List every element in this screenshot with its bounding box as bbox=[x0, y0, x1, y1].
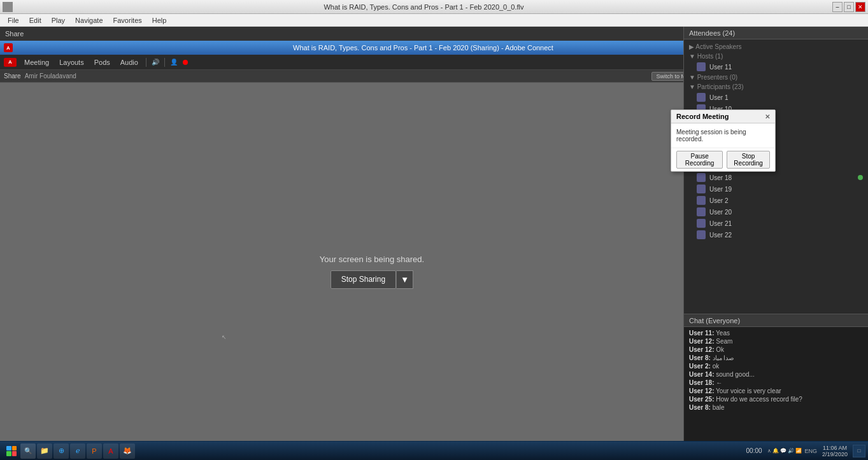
outer-attendees-label: Attendees (24) bbox=[689, 29, 735, 37]
participant-avatar bbox=[697, 173, 706, 182]
outer-chat-message: User 25: How do we access record file? bbox=[689, 396, 863, 403]
taskbar-app-edge[interactable]: ⊕ bbox=[53, 443, 69, 459]
record-popup-close-icon[interactable]: ✕ bbox=[765, 113, 770, 120]
taskbar-app-pdf[interactable]: A bbox=[103, 443, 118, 459]
outer-participant-user2: User 2 bbox=[684, 195, 868, 206]
pdf-icon: A bbox=[108, 447, 113, 455]
search-taskbar-icon: 🔍 bbox=[24, 447, 32, 454]
menu-help[interactable]: Help bbox=[147, 15, 172, 25]
time: 11:06 AM bbox=[823, 445, 847, 451]
record-popup-message: Meeting session is being recorded. bbox=[676, 129, 746, 143]
recording-indicator bbox=[183, 60, 188, 65]
outer-chat-label: Chat (Everyone) bbox=[689, 317, 740, 324]
outer-chat-message: User 11: Yeas bbox=[689, 330, 863, 337]
menubar: File Edit Play Navigate Favorites Help bbox=[0, 14, 868, 27]
record-popup-body: Meeting session is being recorded. bbox=[671, 123, 775, 148]
participant-avatar bbox=[697, 219, 706, 228]
maximize-button[interactable]: □ bbox=[844, 2, 854, 12]
outer-host-name: User 11 bbox=[709, 64, 732, 71]
outer-chat-message: User 12: Seam bbox=[689, 338, 863, 345]
outer-host-item: User 11 bbox=[684, 61, 868, 73]
stop-recording-button[interactable]: Stop Recording bbox=[727, 151, 770, 169]
outer-chat-message: User 18: ← bbox=[689, 379, 863, 386]
outer-chat-message: User 8: صدا میاد bbox=[689, 354, 863, 361]
clock: 11:06 AM 2/19/2020 bbox=[820, 445, 850, 457]
outer-chat-panel: Chat (Everyone) User 11: Yeas User 12: S… bbox=[684, 314, 868, 441]
taskbar-app-ie[interactable]: ℯ bbox=[70, 443, 85, 459]
outer-active-speakers-group: ▶ Active Speakers bbox=[684, 42, 868, 52]
close-button[interactable]: ✕ bbox=[855, 2, 865, 12]
stop-sharing-button[interactable]: Stop Sharing bbox=[331, 270, 396, 289]
adobe-connect-logo: A bbox=[4, 58, 17, 67]
menu-file[interactable]: File bbox=[3, 15, 24, 25]
minimize-button[interactable]: – bbox=[832, 2, 843, 12]
ac-menu-layouts[interactable]: Layouts bbox=[57, 57, 87, 67]
system-tray-icons: ∧ 🔔 💬 🔊 📶 bbox=[767, 448, 802, 454]
share-panel: Share Amir Fouladavand Switch to MoreCon… bbox=[0, 70, 744, 460]
participant-avatar bbox=[697, 207, 706, 216]
outer-attendees-list: ▶ Active Speakers ▼ Hosts (1) User 11 ▼ … bbox=[684, 39, 868, 314]
toolbar-separator-2 bbox=[164, 58, 165, 67]
outer-active-speakers-label: ▶ Active Speakers bbox=[689, 43, 741, 50]
menu-navigate[interactable]: Navigate bbox=[70, 15, 108, 25]
window-title: What is RAID, Types. Cons and Pros - Par… bbox=[15, 3, 832, 11]
participant-avatar bbox=[697, 230, 706, 239]
lang-indicator: ENG bbox=[804, 448, 817, 454]
taskbar-app-search[interactable]: 🔍 bbox=[20, 443, 36, 459]
taskbar-app-ppt[interactable]: P bbox=[87, 443, 102, 459]
outer-participant-user22: User 22 bbox=[684, 229, 868, 240]
record-meeting-popup: Record Meeting ✕ Meeting session is bein… bbox=[671, 109, 776, 172]
menu-edit[interactable]: Edit bbox=[24, 15, 46, 25]
pause-recording-button[interactable]: Pause Recording bbox=[676, 151, 723, 169]
windows-logo bbox=[6, 446, 17, 456]
ie-icon: ℯ bbox=[76, 447, 80, 455]
outer-chat-body: User 11: Yeas User 12: Seam User 12: Ok … bbox=[684, 327, 868, 441]
ac-logo-icon: A bbox=[4, 43, 13, 52]
show-desktop-button[interactable]: □ bbox=[853, 445, 865, 457]
host-name: Amir Fouladavand bbox=[25, 73, 76, 80]
outer-chat-message: User 2: ok bbox=[689, 363, 863, 370]
menu-favorites[interactable]: Favorites bbox=[108, 15, 147, 25]
outer-chat-message: User 12: Ok bbox=[689, 346, 863, 353]
powerpoint-icon: P bbox=[92, 447, 96, 455]
user-icon[interactable]: 👤 bbox=[170, 59, 178, 66]
ac-menu-meeting[interactable]: Meeting bbox=[22, 57, 52, 67]
outer-attendees-panel: Attendees (24) ▶ Active Speakers ▼ Hosts… bbox=[683, 27, 868, 441]
firefox-icon: 🦊 bbox=[123, 447, 132, 455]
volume-icon[interactable]: 🔊 bbox=[152, 59, 159, 66]
outer-chat-message: User 14: sound good... bbox=[689, 371, 863, 378]
participant-avatar bbox=[697, 196, 706, 205]
outer-attendees-header: Attendees (24) bbox=[684, 27, 868, 39]
outer-hosts-group: ▼ Hosts (1) bbox=[684, 52, 868, 61]
window-controls: – □ ✕ bbox=[832, 2, 865, 12]
record-popup-header: Record Meeting ✕ bbox=[671, 110, 775, 123]
taskbar-apps: 🔍 📁 ⊕ ℯ P A 🦊 bbox=[20, 443, 746, 459]
user-controls: 👤 bbox=[170, 59, 178, 66]
stop-sharing-dropdown[interactable]: ▼ bbox=[396, 270, 413, 289]
ac-menu-pods[interactable]: Pods bbox=[92, 57, 113, 67]
participant-avatar bbox=[697, 185, 706, 193]
ac-menu-audio[interactable]: Audio bbox=[118, 57, 141, 67]
record-popup-footer: Pause Recording Stop Recording bbox=[671, 148, 775, 171]
start-button[interactable] bbox=[3, 444, 20, 458]
share-panel-header: Share Amir Fouladavand Switch to MoreCon… bbox=[0, 70, 744, 83]
record-popup-title: Record Meeting bbox=[676, 113, 729, 120]
share-header-left: Share Amir Fouladavand bbox=[4, 73, 76, 80]
taskbar: 🔍 📁 ⊕ ℯ P A 🦊 00:00 ∧ 🔔 💬 🔊 📶 ENG 11:06 … bbox=[0, 441, 868, 460]
outer-presenters-group: ▼ Presenters (0) bbox=[684, 73, 868, 82]
menu-play[interactable]: Play bbox=[46, 15, 70, 25]
outer-participant-user19: User 19 bbox=[684, 183, 868, 195]
app-icon bbox=[3, 2, 13, 12]
host-avatar bbox=[697, 62, 706, 71]
share-panel-label: Share bbox=[4, 73, 21, 80]
outer-participant-user20: User 20 bbox=[684, 206, 868, 218]
main-content: Share A What is RAID, Types. Cons and Pr… bbox=[0, 27, 868, 460]
screen-sharing-message: Your screen is being shared. bbox=[320, 254, 424, 264]
audio-controls: 🔊 bbox=[152, 59, 159, 66]
toolbar-separator bbox=[146, 58, 146, 67]
taskbar-app-firefox[interactable]: 🦊 bbox=[120, 443, 135, 459]
share-label: Share bbox=[5, 30, 24, 38]
titlebar: What is RAID, Types. Cons and Pros - Par… bbox=[0, 0, 868, 14]
outer-participant-user21: User 21 bbox=[684, 218, 868, 229]
taskbar-app-files[interactable]: 📁 bbox=[37, 443, 52, 459]
